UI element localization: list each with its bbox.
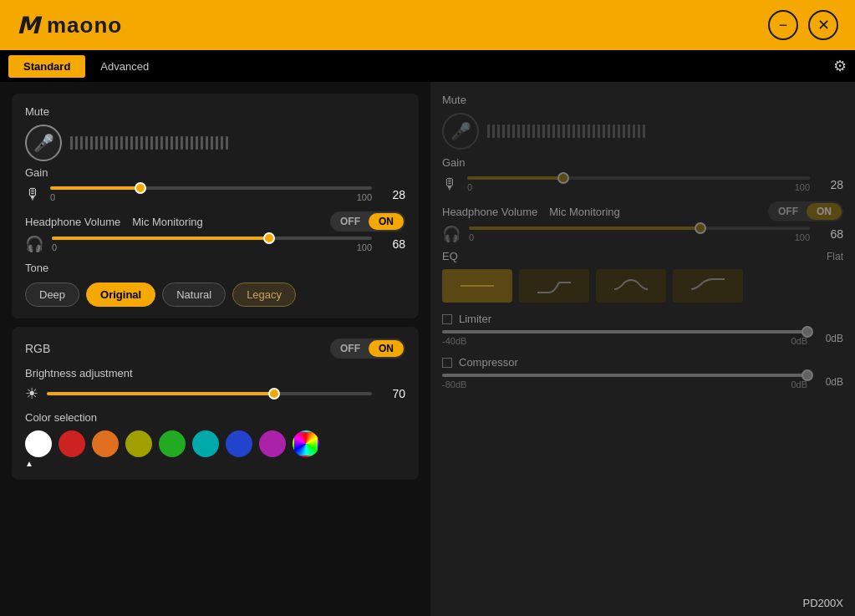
right-toggle-off[interactable]: OFF <box>770 203 807 220</box>
gain-track <box>50 186 372 190</box>
tab-standard[interactable]: Standard <box>8 55 85 78</box>
brightness-fill <box>47 392 274 395</box>
level-bar <box>633 125 635 138</box>
hv-slider[interactable]: 0 100 <box>52 237 372 252</box>
level-bar <box>145 136 148 150</box>
rgb-toggle[interactable]: OFF ON <box>330 339 405 359</box>
status-separator <box>850 597 853 609</box>
brightness-slider[interactable] <box>47 392 372 395</box>
compressor-thumb[interactable] <box>802 369 813 381</box>
app-header: 𝗠 maono − ✕ <box>0 0 855 50</box>
mic-monitoring-toggle[interactable]: OFF ON <box>330 211 405 232</box>
color-cyan[interactable] <box>192 430 219 457</box>
gain-thumb[interactable] <box>135 182 146 194</box>
right-mute-button[interactable]: 🎤 <box>442 113 479 150</box>
level-bar <box>507 125 510 138</box>
level-bar <box>85 136 88 150</box>
mute-button[interactable]: 🎤 <box>25 125 62 161</box>
gain-mic-icon: 🎙 <box>25 186 42 203</box>
limiter-section: Limiter -40dB 0dB 0dB <box>442 313 843 346</box>
level-bar <box>532 125 535 138</box>
settings-button[interactable]: ⚙ <box>833 57 847 75</box>
headphone-icon: 🎧 <box>25 235 43 253</box>
color-row <box>25 430 405 457</box>
gain-section: Gain 🎙 0 100 28 <box>25 166 405 203</box>
hv-slider-row: 🎧 0 100 68 <box>25 235 405 253</box>
gain-slider[interactable]: 0 100 <box>50 186 372 202</box>
window-controls: − ✕ <box>768 10 838 40</box>
right-panel: Mute 🎤 <box>430 82 855 616</box>
level-bar <box>211 136 213 150</box>
brightness-thumb[interactable] <box>268 388 280 400</box>
level-bar <box>150 136 153 150</box>
level-bar <box>557 125 560 138</box>
level-bar <box>95 136 98 150</box>
color-orange[interactable] <box>92 430 119 457</box>
toggle-off-label[interactable]: OFF <box>332 213 369 230</box>
level-bar <box>638 125 640 138</box>
eq-buttons <box>442 269 843 303</box>
compressor-slider[interactable]: -80dB 0dB <box>442 374 807 389</box>
level-bar <box>618 125 620 138</box>
right-hv-slider[interactable]: 0 100 <box>469 227 810 242</box>
limiter-slider[interactable]: -40dB 0dB <box>442 330 807 346</box>
tone-original-button[interactable]: Original <box>86 283 155 307</box>
hv-thumb[interactable] <box>263 232 275 244</box>
rgb-row: RGB OFF ON <box>25 339 405 359</box>
eq-btn-highpass[interactable] <box>519 269 589 303</box>
level-bar <box>135 136 138 150</box>
color-blue[interactable] <box>226 430 252 457</box>
eq-highshelf-icon <box>690 276 726 296</box>
rgb-card: RGB OFF ON Brightness adjustment ☀ 70 Co… <box>12 327 419 480</box>
rgb-toggle-off[interactable]: OFF <box>332 340 369 357</box>
eq-flat-icon <box>459 276 496 296</box>
level-bar <box>562 125 565 138</box>
right-headphone-volume-label: Headphone Volume <box>442 206 537 218</box>
rgb-toggle-on[interactable]: ON <box>369 340 404 357</box>
compressor-slider-row: -80dB 0dB 0dB <box>442 374 843 389</box>
eq-btn-highshelf[interactable] <box>673 269 743 303</box>
tone-deep-button[interactable]: Deep <box>25 283 79 307</box>
compressor-checkbox[interactable] <box>442 358 452 368</box>
tone-label: Tone <box>25 262 405 274</box>
tab-advanced[interactable]: Advanced <box>85 55 164 78</box>
level-bar <box>80 136 83 150</box>
color-red[interactable] <box>59 430 85 457</box>
color-multicolor[interactable] <box>293 430 319 457</box>
tone-natural-button[interactable]: Natural <box>162 283 226 307</box>
right-hv-thumb[interactable] <box>695 222 706 234</box>
eq-btn-midboost[interactable] <box>596 269 666 303</box>
compressor-track <box>442 374 807 377</box>
level-bar <box>221 136 223 150</box>
tone-legacy-button[interactable]: Legacy <box>232 283 296 307</box>
right-mic-monitoring-toggle[interactable]: OFF ON <box>768 201 843 221</box>
level-bar <box>100 136 103 150</box>
right-hv-slider-row: 🎧 0 100 68 <box>442 225 843 243</box>
mute-gain-card: Mute 🎤 <box>12 94 419 318</box>
level-bar <box>165 136 168 150</box>
right-gain-thumb[interactable] <box>557 172 569 184</box>
gain-value: 28 <box>380 188 405 201</box>
minimize-button[interactable]: − <box>768 10 798 40</box>
color-green[interactable] <box>159 430 186 457</box>
color-purple[interactable] <box>259 430 286 457</box>
color-white[interactable] <box>25 430 52 457</box>
level-bar <box>191 136 193 150</box>
limiter-checkbox[interactable] <box>442 314 452 324</box>
mute-label: Mute <box>25 105 405 118</box>
level-bar <box>130 136 133 150</box>
limiter-slider-row: -40dB 0dB 0dB <box>442 330 843 346</box>
level-bar <box>115 136 118 150</box>
limiter-thumb[interactable] <box>802 326 813 338</box>
color-yellow[interactable] <box>125 430 152 457</box>
right-gain-slider[interactable]: 0 100 <box>467 176 810 192</box>
level-bar <box>583 125 585 138</box>
close-button[interactable]: ✕ <box>808 10 838 40</box>
compressor-header: Compressor <box>442 356 843 369</box>
right-toggle-on[interactable]: ON <box>807 203 842 220</box>
level-bar <box>201 136 203 150</box>
hv-value: 68 <box>380 237 405 251</box>
toggle-on-label[interactable]: ON <box>369 213 404 230</box>
tab-bar: Standard Advanced ⚙ <box>0 50 855 82</box>
eq-btn-flat[interactable] <box>442 269 512 303</box>
